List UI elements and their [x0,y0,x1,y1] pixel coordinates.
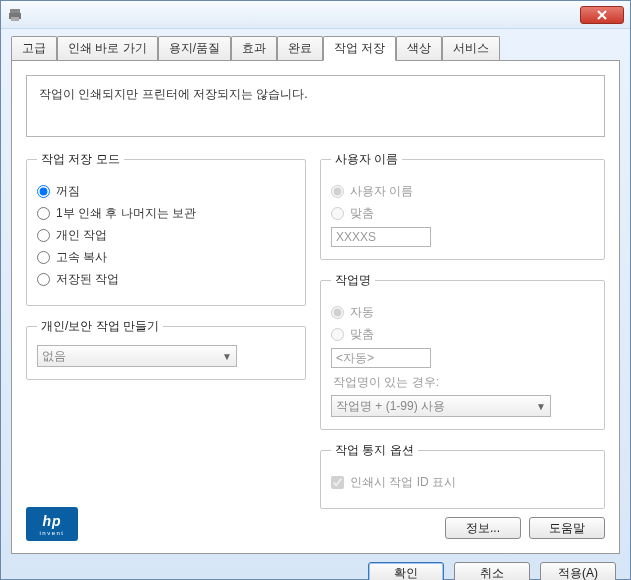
hp-logo: hp invent [26,507,78,541]
radio-label: 꺼짐 [56,183,80,200]
close-icon [597,10,607,20]
chevron-down-icon: ▼ [536,401,546,412]
tab-label: 효과 [242,41,266,55]
svg-rect-2 [11,17,19,21]
mode-quick-copy[interactable]: 고속 복사 [37,249,295,266]
apply-button[interactable]: 적용(A) [540,562,616,580]
radio-label: 개인 작업 [56,227,107,244]
group-legend: 개인/보안 작업 만들기 [37,318,163,335]
cancel-button[interactable]: 취소 [454,562,530,580]
print-properties-window: 고급 인쇄 바로 가기 용지/품질 효과 완료 작업 저장 색상 서비스 작업이… [0,0,631,580]
radio-label: 맞춤 [350,326,374,343]
group-legend: 작업 통지 옵션 [331,442,418,459]
jobname-exists-label: 작업명이 있는 경우: [333,374,594,391]
mode-stored-radio[interactable] [37,273,50,286]
button-label: 확인 [394,565,418,581]
radio-label: 1부 인쇄 후 나머지는 보관 [56,205,196,222]
jobname-exists-select: 작업명 + (1-99) 사용 ▼ [331,395,551,417]
tab-color[interactable]: 색상 [396,36,442,61]
jobname-custom: 맞춤 [331,326,594,343]
tab-panel: 작업이 인쇄되지만 프린터에 저장되지는 않습니다. 작업 저장 모드 꺼짐 1… [11,60,620,554]
svg-rect-0 [10,9,20,13]
jobname-custom-radio [331,328,344,341]
job-storage-mode-group: 작업 저장 모드 꺼짐 1부 인쇄 후 나머지는 보관 개인 작업 [26,151,306,306]
logo-tagline: invent [39,530,64,536]
dialog-buttons: 확인 취소 적용(A) [1,554,630,580]
tab-label: 작업 저장 [334,41,385,55]
mode-proof-hold[interactable]: 1부 인쇄 후 나머지는 보관 [37,205,295,222]
jobname-input [331,348,431,368]
description-text: 작업이 인쇄되지만 프린터에 저장되지는 않습니다. [39,87,308,101]
tab-label: 고급 [22,41,46,55]
tab-label: 용지/품질 [169,41,220,55]
button-label: 적용(A) [558,565,598,581]
tab-label: 완료 [288,41,312,55]
button-label: 정보... [466,520,500,537]
button-label: 취소 [480,565,504,581]
radio-label: 자동 [350,304,374,321]
tab-label: 인쇄 바로 가기 [68,41,147,55]
username-custom: 맞춤 [331,205,594,222]
notify-show-id: 인쇄시 작업 ID 표시 [331,474,594,491]
tab-effects[interactable]: 효과 [231,36,277,61]
info-button[interactable]: 정보... [445,517,521,539]
job-notify-group: 작업 통지 옵션 인쇄시 작업 ID 표시 [320,442,605,509]
titlebar [1,1,630,29]
select-value: 없음 [42,348,66,365]
printer-icon [7,7,23,23]
username-auto: 사용자 이름 [331,183,594,200]
close-button[interactable] [580,6,624,24]
mode-proof-hold-radio[interactable] [37,207,50,220]
tab-shortcuts[interactable]: 인쇄 바로 가기 [57,36,158,61]
group-legend: 사용자 이름 [331,151,402,168]
username-group: 사용자 이름 사용자 이름 맞춤 [320,151,605,260]
group-legend: 작업 저장 모드 [37,151,124,168]
jobname-group: 작업명 자동 맞춤 작업명이 있는 경우: 작업명 + (1-99) 사용 ▼ [320,272,605,430]
username-input [331,227,431,247]
logo-brand: hp [42,513,61,529]
mode-personal[interactable]: 개인 작업 [37,227,295,244]
radio-label: 저장된 작업 [56,271,119,288]
mode-personal-radio[interactable] [37,229,50,242]
select-value: 작업명 + (1-99) 사용 [336,398,445,415]
mode-off[interactable]: 꺼짐 [37,183,295,200]
help-button[interactable]: 도움말 [529,517,605,539]
tab-paper-quality[interactable]: 용지/품질 [158,36,231,61]
mode-off-radio[interactable] [37,185,50,198]
notify-show-id-check [331,476,344,489]
ok-button[interactable]: 확인 [368,562,444,580]
mode-stored[interactable]: 저장된 작업 [37,271,295,288]
username-auto-radio [331,185,344,198]
mode-quick-copy-radio[interactable] [37,251,50,264]
tabstrip: 고급 인쇄 바로 가기 용지/품질 효과 완료 작업 저장 색상 서비스 [1,29,630,60]
group-legend: 작업명 [331,272,375,289]
tab-label: 서비스 [453,41,489,55]
radio-label: 맞춤 [350,205,374,222]
jobname-auto-radio [331,306,344,319]
radio-label: 사용자 이름 [350,183,413,200]
tab-finishing[interactable]: 완료 [277,36,323,61]
button-label: 도움말 [549,520,585,537]
tab-advanced[interactable]: 고급 [11,36,57,61]
check-label: 인쇄시 작업 ID 표시 [350,474,456,491]
chevron-down-icon: ▼ [222,351,232,362]
radio-label: 고속 복사 [56,249,107,266]
make-private-group: 개인/보안 작업 만들기 없음 ▼ [26,318,306,380]
username-custom-radio [331,207,344,220]
jobname-auto: 자동 [331,304,594,321]
tab-label: 색상 [407,41,431,55]
private-select: 없음 ▼ [37,345,237,367]
tab-job-storage[interactable]: 작업 저장 [323,36,396,61]
mode-description: 작업이 인쇄되지만 프린터에 저장되지는 않습니다. [26,75,605,137]
tab-services[interactable]: 서비스 [442,36,500,61]
